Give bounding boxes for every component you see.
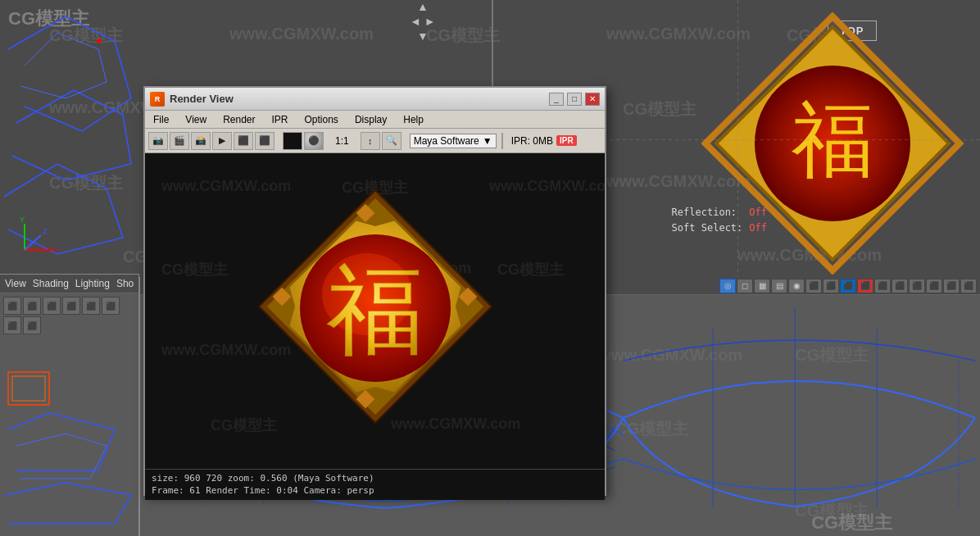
br-toolbar-icons: ◎ ◻ ▦ ▤ ◉ ⬛ ⬛ ⬛ ⬛ ⬛ ⬛ ⬛ ⬛ ⬛ ⬛ (716, 278, 980, 294)
svg-line-5 (25, 235, 41, 250)
misc2-icon[interactable]: ⬛ (943, 279, 960, 293)
renderer-select[interactable]: Maya Software ▼ (410, 134, 497, 148)
tb-icon-8[interactable]: ⬛ (23, 316, 41, 334)
menu-help[interactable]: Help (395, 112, 432, 127)
rw-wm3: www.CGMXW.com (489, 178, 605, 195)
tb-scene-btn[interactable]: 🎬 (170, 132, 189, 150)
wm2: www.CGMXW.com (229, 25, 374, 43)
status-line1: size: 960 720 zoom: 0.560 (Maya Software… (152, 472, 598, 484)
misc3-icon[interactable]: ⬛ (960, 279, 977, 293)
soft-select-label: Soft Select: (672, 220, 743, 236)
tb-icon-3[interactable]: ⬛ (43, 297, 61, 315)
left-viewport-menu: View Shading Lighting Sho (0, 275, 138, 293)
status-line2: Frame: 61 Render Time: 0:04 Camera: pers… (152, 484, 598, 497)
ipr-badge: IPR (556, 135, 577, 146)
svg-text:福: 福 (792, 95, 873, 186)
menu-lighting[interactable]: Lighting (75, 278, 110, 289)
iso3-icon[interactable]: ⬛ (909, 279, 925, 293)
render-toolbar: 📷 🎬 📸 ▶ ⬛ ⬛ ⚫ 1:1 ↕ 🔍 Maya Software ▼ IP… (145, 129, 605, 153)
dashed-line-v (737, 0, 738, 279)
light-icon[interactable]: ◉ (788, 279, 805, 293)
render-window[interactable]: R Render View _ □ ✕ File View Render IPR… (143, 86, 606, 496)
down-arrow-icon: ▼ (417, 30, 429, 43)
red-icon[interactable]: ⬛ (857, 279, 873, 293)
top-label-row: ◄ TOP ► (410, 15, 436, 28)
reflection-value: Off (749, 205, 767, 220)
top-camera-ui: ▲ ◄ TOP ► ▼ (410, 0, 436, 43)
soft-select-row: Soft Select: Off (672, 220, 767, 236)
persp-icon[interactable]: ◎ (719, 279, 736, 293)
menu-file[interactable]: File (145, 112, 177, 127)
render-window-title: Render View (170, 93, 549, 105)
tb-ipr-btn[interactable]: ⬛ (234, 132, 253, 150)
svg-text:X: X (54, 247, 57, 255)
svg-text:Y: Y (20, 217, 25, 224)
menu-options[interactable]: Options (297, 112, 347, 127)
wm3: CG模型主 (426, 25, 500, 47)
svg-text:www.CGMXW.com: www.CGMXW.com (597, 346, 742, 364)
svg-text:CG模型主: CG模型主 (811, 512, 893, 533)
reflection-label: Reflection: (672, 205, 737, 220)
cam-icon[interactable]: ⬛ (805, 279, 822, 293)
tb-camera-btn[interactable]: 📷 (148, 132, 168, 150)
iso1-icon[interactable]: ⬛ (874, 279, 891, 293)
renderer-dropdown-arrow[interactable]: ▼ (483, 135, 492, 147)
ipr-memory-label: IPR: 0MB (511, 135, 553, 147)
axis-widget: X Y Z (16, 217, 57, 261)
tb-icon-6[interactable]: ⬛ (102, 297, 120, 315)
wire-icon[interactable]: ▦ (754, 279, 770, 293)
menu-view-rw[interactable]: View (177, 112, 215, 127)
right-arrow-icon: ► (424, 15, 436, 28)
tb-ipr2-btn[interactable]: ⬛ (255, 132, 274, 150)
maximize-button[interactable]: □ (567, 93, 582, 106)
tb-icon-1[interactable]: ⬛ (3, 297, 21, 315)
render-icon-label: R (155, 95, 161, 103)
tb-photo-btn[interactable]: 📸 (191, 132, 211, 150)
ratio-label: 1:1 (335, 135, 349, 147)
menu-display[interactable]: Display (347, 112, 395, 127)
render-statusbar: size: 960 720 zoom: 0.560 (Maya Software… (145, 469, 605, 500)
tb-sphere-btn[interactable]: ⚫ (304, 132, 324, 150)
misc1-icon[interactable]: ⬛ (926, 279, 942, 293)
menu-render[interactable]: Render (215, 112, 263, 127)
tb-icon-5[interactable]: ⬛ (82, 297, 100, 315)
iso2-icon[interactable]: ⬛ (892, 279, 908, 293)
ipr-sep (501, 133, 503, 149)
small-wireframe (0, 364, 139, 528)
attr-panel: Reflection: Off Soft Select: Off (672, 205, 767, 236)
shade-icon[interactable]: ◻ (737, 279, 753, 293)
rw-wm4: CG模型主 (161, 260, 228, 279)
svg-text:Z: Z (43, 227, 48, 235)
menu-sho[interactable]: Sho (116, 278, 134, 289)
tb-move-btn[interactable]: ↕ (361, 132, 380, 150)
bottom-left-viewport[interactable]: View Shading Lighting Sho ⬛ ⬛ ⬛ ⬛ ⬛ ⬛ ⬛ … (0, 274, 139, 536)
tb-icon-7[interactable]: ⬛ (3, 316, 21, 334)
left-viewport-icons: ⬛ ⬛ ⬛ ⬛ ⬛ ⬛ ⬛ ⬛ (0, 293, 138, 338)
svg-text:福: 福 (327, 257, 424, 365)
rendered-fu: 福 (252, 184, 498, 429)
close-button[interactable]: ✕ (585, 93, 600, 106)
obj-icon[interactable]: ⬛ (823, 279, 839, 293)
svg-rect-12 (12, 376, 45, 401)
soft-select-value: Off (749, 220, 767, 236)
tb-region-btn[interactable]: ▶ (212, 132, 232, 150)
tb-zoom-btn[interactable]: 🔍 (382, 132, 402, 150)
tb-icon-4[interactable]: ⬛ (62, 297, 80, 315)
reflection-row: Reflection: Off (672, 205, 767, 220)
renderer-label: Maya Software (414, 135, 479, 147)
svg-rect-11 (8, 372, 49, 405)
svg-text:CG模型主: CG模型主 (795, 345, 869, 364)
tex-icon[interactable]: ▤ (771, 279, 787, 293)
render-canvas: www.CGMXW.com CG模型主 www.CGMXW.com CG模型主 … (145, 153, 605, 469)
render-window-titlebar: R Render View _ □ ✕ (145, 88, 605, 111)
mat-icon[interactable]: ⬛ (840, 279, 856, 293)
tb-icon-2[interactable]: ⬛ (23, 297, 41, 315)
minimize-button[interactable]: _ (549, 93, 564, 106)
rw-wm6: CG模型主 (497, 260, 564, 279)
menu-view[interactable]: View (5, 278, 26, 289)
menu-ipr[interactable]: IPR (264, 112, 297, 127)
svg-text:✦: ✦ (94, 34, 104, 48)
left-arrow-icon: ◄ (410, 15, 421, 28)
tb-black-btn[interactable] (283, 132, 302, 150)
menu-shading[interactable]: Shading (33, 278, 69, 289)
